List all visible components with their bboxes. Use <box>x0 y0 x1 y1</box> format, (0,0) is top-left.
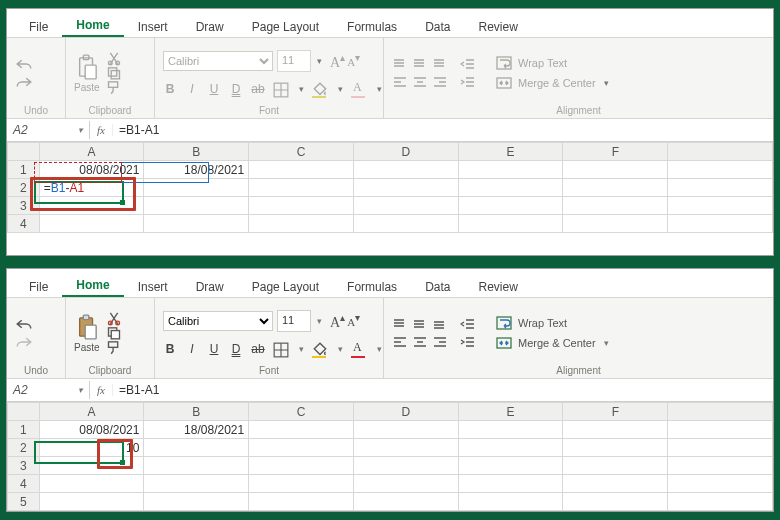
col-header-a[interactable]: A <box>39 143 144 161</box>
row-header-5[interactable]: 5 <box>8 493 40 511</box>
col-header-f[interactable]: F <box>563 143 668 161</box>
font-name-select[interactable]: Calibri <box>163 51 273 71</box>
underline-button[interactable]: U <box>207 342 221 356</box>
bold-button[interactable]: B <box>163 82 177 96</box>
tab-insert[interactable]: Insert <box>124 277 182 297</box>
wrap-text-button[interactable]: Wrap Text <box>496 316 609 330</box>
bold-button[interactable]: B <box>163 342 177 356</box>
col-header-e[interactable]: E <box>458 143 563 161</box>
tab-file[interactable]: File <box>15 17 62 37</box>
merge-center-button[interactable]: Merge & Center▾ <box>496 336 609 350</box>
select-all-corner[interactable] <box>8 403 40 421</box>
worksheet-grid[interactable]: A B C D E F 1 08/08/2021 18/08/2021 2 10… <box>7 402 773 511</box>
strikethrough-button[interactable]: ab <box>251 82 265 96</box>
undo-icon[interactable] <box>15 57 33 71</box>
row-header-2[interactable]: 2 <box>8 439 40 457</box>
redo-icon[interactable] <box>15 335 33 349</box>
group-label-alignment: Alignment <box>392 104 765 116</box>
cell-b1[interactable]: 18/08/2021 <box>144 421 249 439</box>
col-header-d[interactable]: D <box>353 143 458 161</box>
double-underline-button[interactable]: D <box>229 82 243 96</box>
borders-button[interactable] <box>273 342 289 356</box>
alignment-grid[interactable] <box>392 317 448 349</box>
strikethrough-button[interactable]: ab <box>251 342 265 356</box>
col-header-d[interactable]: D <box>353 403 458 421</box>
col-header-b[interactable]: B <box>144 403 249 421</box>
paste-icon[interactable] <box>76 54 98 80</box>
paste-icon[interactable] <box>76 314 98 340</box>
font-color-button[interactable]: A <box>351 342 367 356</box>
increase-indent-icon[interactable] <box>460 75 476 89</box>
fill-color-button[interactable] <box>312 82 328 96</box>
grow-shrink-font[interactable]: A▴A▾ <box>330 312 360 331</box>
tab-formulas[interactable]: Formulas <box>333 17 411 37</box>
tab-insert[interactable]: Insert <box>124 17 182 37</box>
format-painter-icon[interactable] <box>106 80 122 95</box>
increase-indent-icon[interactable] <box>460 335 476 349</box>
row-header-3[interactable]: 3 <box>8 197 40 215</box>
tab-review[interactable]: Review <box>464 277 531 297</box>
font-name-select[interactable]: Calibri <box>163 311 273 331</box>
row-header-4[interactable]: 4 <box>8 215 40 233</box>
select-all-corner[interactable] <box>8 143 40 161</box>
format-painter-icon[interactable] <box>106 340 122 355</box>
col-header-c[interactable]: C <box>249 403 354 421</box>
col-header-b[interactable]: B <box>144 143 249 161</box>
merge-center-button[interactable]: Merge & Center▾ <box>496 76 609 90</box>
font-size-select[interactable]: 11 <box>277 310 311 332</box>
font-size-select[interactable]: 11 <box>277 50 311 72</box>
italic-button[interactable]: I <box>185 82 199 96</box>
redo-icon[interactable] <box>15 75 33 89</box>
col-header-c[interactable]: C <box>249 143 354 161</box>
tab-data[interactable]: Data <box>411 17 464 37</box>
cell-b1[interactable]: 18/08/2021 <box>144 161 249 179</box>
font-color-button[interactable]: A <box>351 82 367 96</box>
copy-icon[interactable] <box>106 66 122 81</box>
grow-shrink-font[interactable]: A▴A▾ <box>330 52 360 71</box>
tab-home[interactable]: Home <box>62 275 123 297</box>
cut-icon[interactable] <box>106 311 122 326</box>
formula-input[interactable]: =B1-A1 <box>113 121 773 139</box>
col-header-f[interactable]: F <box>563 403 668 421</box>
tab-file[interactable]: File <box>15 277 62 297</box>
cell-a2[interactable]: =B1-A1 <box>39 179 144 197</box>
underline-button[interactable]: U <box>207 82 221 96</box>
row-header-3[interactable]: 3 <box>8 457 40 475</box>
fx-icon[interactable]: fx <box>90 384 113 396</box>
decrease-indent-icon[interactable] <box>460 57 476 71</box>
formula-input[interactable]: =B1-A1 <box>113 381 773 399</box>
name-box[interactable]: A2▾ <box>7 381 90 399</box>
wrap-text-button[interactable]: Wrap Text <box>496 56 609 70</box>
borders-button[interactable] <box>273 82 289 96</box>
tab-draw[interactable]: Draw <box>182 17 238 37</box>
ribbon-tabs: File Home Insert Draw Page Layout Formul… <box>7 9 773 37</box>
cut-icon[interactable] <box>106 51 122 66</box>
undo-icon[interactable] <box>15 317 33 331</box>
col-header-a[interactable]: A <box>39 403 144 421</box>
row-header-1[interactable]: 1 <box>8 421 40 439</box>
alignment-grid[interactable] <box>392 57 448 89</box>
col-header-e[interactable]: E <box>458 403 563 421</box>
tab-page-layout[interactable]: Page Layout <box>238 17 333 37</box>
name-box[interactable]: A2▾ <box>7 121 90 139</box>
fx-icon[interactable]: fx <box>90 124 113 136</box>
tab-page-layout[interactable]: Page Layout <box>238 277 333 297</box>
row-header-2[interactable]: 2 <box>8 179 40 197</box>
cell-a2[interactable]: 10 <box>39 439 144 457</box>
double-underline-button[interactable]: D <box>229 342 243 356</box>
cell-a1[interactable]: 08/08/2021 <box>39 161 144 179</box>
tab-review[interactable]: Review <box>464 17 531 37</box>
tab-data[interactable]: Data <box>411 277 464 297</box>
cell-a1[interactable]: 08/08/2021 <box>39 421 144 439</box>
fill-color-button[interactable] <box>312 342 328 356</box>
decrease-indent-icon[interactable] <box>460 317 476 331</box>
tab-home[interactable]: Home <box>62 15 123 37</box>
formula-bar: A2▾ fx =B1-A1 <box>7 119 773 142</box>
copy-icon[interactable] <box>106 326 122 341</box>
tab-draw[interactable]: Draw <box>182 277 238 297</box>
row-header-1[interactable]: 1 <box>8 161 40 179</box>
italic-button[interactable]: I <box>185 342 199 356</box>
worksheet-grid[interactable]: A B C D E F 1 08/08/2021 18/08/2021 2 =B… <box>7 142 773 255</box>
row-header-4[interactable]: 4 <box>8 475 40 493</box>
tab-formulas[interactable]: Formulas <box>333 277 411 297</box>
